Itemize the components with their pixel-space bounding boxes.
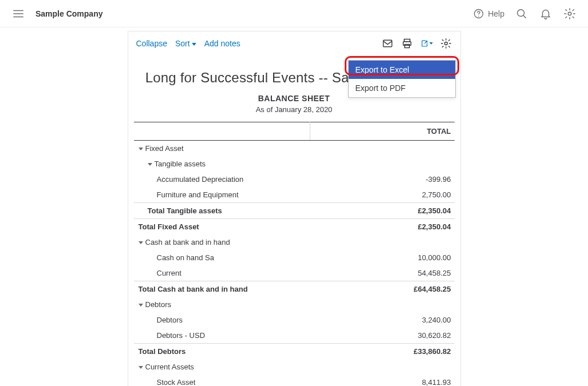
table-row: Stock Asset8,411.93 <box>134 375 455 386</box>
table-row: Accumulated Depreciation-399.96 <box>134 172 455 187</box>
table-row: Total Debtors£33,860.82 <box>134 344 455 360</box>
table-row: Cash at bank and in hand <box>134 234 455 250</box>
add-notes-link[interactable]: Add notes <box>204 39 240 48</box>
table-row: Tangible assets <box>134 156 455 172</box>
row-label[interactable]: Current Assets <box>134 359 310 375</box>
table-row: Debtors3,240.00 <box>134 312 455 328</box>
help-label: Help <box>488 9 504 18</box>
table-row: Debtors - USD30,620.82 <box>134 328 455 344</box>
row-amount: 10,000.00 <box>310 250 455 265</box>
table-row: Current54,458.25 <box>134 265 455 281</box>
row-label[interactable]: Fixed Asset <box>134 141 310 157</box>
row-label: Total Debtors <box>134 344 310 360</box>
row-amount <box>310 234 455 250</box>
export-excel-item[interactable]: Export to Excel <box>349 61 455 79</box>
col-total: TOTAL <box>310 122 455 141</box>
hamburger-icon[interactable] <box>11 7 25 21</box>
row-label: Debtors - USD <box>134 328 310 344</box>
row-amount <box>310 359 455 375</box>
report-grid: TOTAL Fixed AssetTangible assetsAccumula… <box>128 122 460 386</box>
table-row: Current Assets <box>134 359 455 375</box>
row-amount <box>310 297 455 312</box>
row-amount: -399.96 <box>310 172 455 187</box>
row-amount <box>310 156 455 172</box>
row-label: Debtors <box>134 312 310 328</box>
export-pdf-item[interactable]: Export to PDF <box>349 79 455 97</box>
row-label: Stock Asset <box>134 375 310 386</box>
row-label: Accumulated Depreciation <box>134 172 310 187</box>
table-row: Total Tangible assets£2,350.04 <box>134 203 455 219</box>
table-row: Cash on hand Sa10,000.00 <box>134 250 455 265</box>
row-label: Current <box>134 265 310 281</box>
help-link[interactable]: Help <box>473 8 504 19</box>
search-icon[interactable] <box>515 7 528 21</box>
row-amount: 2,750.00 <box>310 187 455 203</box>
sheet-toolbar: Collapse Sort Add notes <box>128 31 460 55</box>
table-row: Fixed Asset <box>134 141 455 157</box>
row-label[interactable]: Tangible assets <box>134 156 310 172</box>
row-label: Total Cash at bank and in hand <box>134 281 310 297</box>
report-date: As of January 28, 2020 <box>142 105 447 114</box>
gear-icon[interactable] <box>563 7 577 21</box>
report-settings-icon[interactable] <box>440 37 452 50</box>
row-label: Total Fixed Asset <box>134 219 310 235</box>
row-amount <box>310 141 455 157</box>
row-amount: 54,458.25 <box>310 265 455 281</box>
table-row: Total Cash at bank and in hand£64,458.25 <box>134 281 455 297</box>
collapse-link[interactable]: Collapse <box>136 39 167 48</box>
row-label[interactable]: Debtors <box>134 297 310 312</box>
row-amount: £64,458.25 <box>310 281 455 297</box>
row-amount: 8,411.93 <box>310 375 455 386</box>
row-label[interactable]: Cash at bank and in hand <box>134 234 310 250</box>
scroll-area[interactable]: Collapse Sort Add notes <box>0 27 588 386</box>
svg-point-3 <box>568 12 571 15</box>
row-amount: £2,350.04 <box>310 219 455 235</box>
row-label: Cash on hand Sa <box>134 250 310 265</box>
table-row: Total Fixed Asset£2,350.04 <box>134 219 455 235</box>
table-row: Debtors <box>134 297 455 312</box>
app-header: Sample Company Help <box>0 0 588 27</box>
export-icon[interactable] <box>420 37 433 50</box>
row-amount: £2,350.04 <box>310 203 455 219</box>
row-amount: 30,620.82 <box>310 328 455 344</box>
bell-icon[interactable] <box>539 7 553 21</box>
svg-point-1 <box>478 15 479 16</box>
row-amount: 3,240.00 <box>310 312 455 328</box>
row-amount: £33,860.82 <box>310 344 455 360</box>
sort-link[interactable]: Sort <box>175 39 196 48</box>
company-name: Sample Company <box>35 9 102 18</box>
row-label: Total Tangible assets <box>134 203 310 219</box>
email-icon[interactable] <box>381 37 394 50</box>
print-icon[interactable] <box>401 37 413 50</box>
table-row: Furniture and Equipment2,750.00 <box>134 187 455 203</box>
svg-rect-4 <box>383 40 392 47</box>
export-menu: Export to Excel Export to PDF <box>348 60 456 98</box>
report-sheet: Collapse Sort Add notes <box>128 31 461 386</box>
svg-rect-7 <box>404 45 409 48</box>
row-label: Furniture and Equipment <box>134 187 310 203</box>
svg-point-8 <box>444 42 447 45</box>
